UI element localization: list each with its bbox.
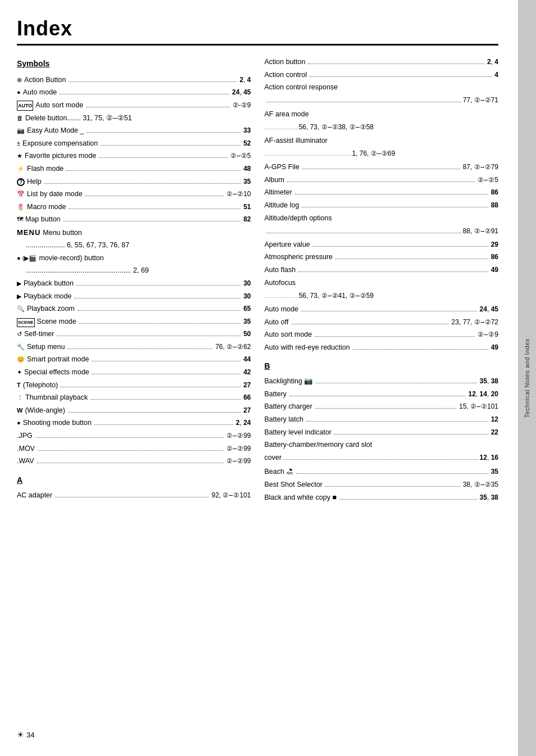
list-item: 😊 Smart portrait mode 44 <box>17 353 251 366</box>
thumbnail-icon: ⋮ <box>17 392 23 404</box>
list-item: Battery level indicator 22 <box>265 426 499 439</box>
list-item: Auto with red-eye reduction 49 <box>265 341 499 354</box>
list-item: .WAV ②‒②99 <box>17 455 251 468</box>
section-b-header: B <box>265 359 499 374</box>
menu-icon: MENU <box>17 226 40 239</box>
auto-sort-icon: AUTO <box>17 101 33 111</box>
list-item: W (Wide-angle) 27 <box>17 404 251 417</box>
action-button-icon: ⊕ <box>17 75 22 86</box>
list-item: Action control response 77, ②‒②71 <box>265 81 499 106</box>
list-item: 📷 Easy Auto Mode _ 33 <box>17 124 251 137</box>
playback-mode-icon: ▶ <box>17 291 21 302</box>
movie-record-icon: ● (▶🎬 <box>17 253 37 264</box>
list-item: AC adapter 92, ②‒②101 <box>17 489 251 502</box>
special-effects-icon: ✦ <box>17 367 22 378</box>
list-item: MENU Menu button <box>17 226 251 239</box>
list-item: Auto off 23, 77, ②‒②72 <box>265 316 499 329</box>
page-title: Index <box>17 17 498 46</box>
list-item: Action control 4 <box>265 69 499 82</box>
list-item: T (Telephoto) 27 <box>17 379 251 392</box>
list-item: ● (▶🎬 movie-record) button <box>17 252 251 265</box>
delete-icon: 🗑 <box>17 113 23 124</box>
page-number: 34 <box>26 731 34 739</box>
shooting-mode-icon: ● <box>17 418 21 429</box>
list-item: ⋮ Thumbnail playback 66 <box>17 391 251 404</box>
list-item: Album ②‒②5 <box>265 174 499 187</box>
setup-menu-icon: 🔧 <box>17 342 25 353</box>
side-tab: Technical Notes and Index <box>518 0 536 756</box>
playback-zoom-icon: 🔍 <box>17 304 25 315</box>
left-column: Symbols ⊕ Action Button 2, 4 ● Auto mode… <box>17 56 251 721</box>
list-item: Atmospheric pressure 86 <box>265 251 499 264</box>
page-container: Index Symbols ⊕ Action Button 2, 4 ● Aut… <box>0 0 536 756</box>
list-item: ........................................… <box>17 264 251 277</box>
self-timer-icon: ↺ <box>17 329 22 340</box>
list-item: 🔍 Playback zoom 65 <box>17 302 251 315</box>
scene-mode-icon: SCENE <box>17 318 35 327</box>
symbols-section-header: Symbols <box>17 57 251 71</box>
list-item: Beach 🏖 35 <box>265 465 499 478</box>
map-icon: 🗺 <box>17 214 23 225</box>
telephoto-icon: T <box>17 380 21 391</box>
flash-icon: ⚡ <box>17 164 25 175</box>
list-item: Altimeter 86 <box>265 186 499 199</box>
list-item: Best Shot Selector 38, ②‒②35 <box>265 478 499 491</box>
list-item: ★ Favorite pictures mode ②‒②5 <box>17 150 251 162</box>
list-item: ⊕ Action Button 2, 4 <box>17 74 251 87</box>
list-item: A-GPS File 87, ②‒②79 <box>265 161 499 174</box>
exposure-icon: ± <box>17 138 20 150</box>
playback-button-icon: ▶ <box>17 278 21 289</box>
macro-icon: 🌷 <box>17 202 25 213</box>
wide-angle-icon: W <box>17 405 22 417</box>
list-item: Auto sort mode ②‒②9 <box>265 328 499 341</box>
list-item: ± Exposure compensation 52 <box>17 137 251 150</box>
sun-icon: ☀ <box>17 730 24 739</box>
list-item: Action button 2, 4 <box>265 56 499 69</box>
help-icon: ? <box>17 178 25 186</box>
list-item: Auto flash 49 <box>265 264 499 277</box>
smart-portrait-icon: 😊 <box>17 354 25 365</box>
list-item: Battery 12, 14, 20 <box>265 388 499 401</box>
list-item: ▶ Playback mode 30 <box>17 290 251 303</box>
list-item: ▶ Playback button 30 <box>17 277 251 290</box>
list-item: 🌷 Macro mode 51 <box>17 201 251 214</box>
side-tab-label: Technical Notes and Index <box>524 338 530 418</box>
list-item: AF-assist illuminator ..................… <box>265 134 499 160</box>
list-item: Battery latch 12 <box>265 413 499 426</box>
list-item: .................... 6, 55, 67, 73, 76, … <box>17 239 251 252</box>
list-item: SCENE Scene mode 35 <box>17 315 251 328</box>
list-item: Autofocus .................... 56, 73, ②… <box>265 277 499 302</box>
list-item: Battery-chamber/memory card slot cover 1… <box>265 438 499 464</box>
easy-auto-icon: 📷 <box>17 125 25 137</box>
right-column: Action button 2, 4 Action control 4 Acti… <box>265 56 499 721</box>
list-item: ↺ Self-timer 50 <box>17 328 251 341</box>
list-item: ? Help 35 <box>17 175 251 188</box>
list-item: ● Shooting mode button 2, 24 <box>17 417 251 429</box>
two-column-layout: Symbols ⊕ Action Button 2, 4 ● Auto mode… <box>17 56 498 721</box>
list-item: Altitude log 88 <box>265 199 499 212</box>
list-date-icon: 📅 <box>17 189 25 200</box>
list-item: ⚡ Flash mode 48 <box>17 162 251 175</box>
page-footer: ☀ 34 <box>17 730 498 739</box>
list-item: .MOV ②‒②99 <box>17 442 251 455</box>
favorite-icon: ★ <box>17 151 22 162</box>
list-item: 🗑 Delete button....... 31, 75, ②‒②51 <box>17 112 251 125</box>
list-item: ● Auto mode 24, 45 <box>17 86 251 99</box>
main-content: Index Symbols ⊕ Action Button 2, 4 ● Aut… <box>0 0 518 756</box>
list-item: AF area mode .................... 56, 73… <box>265 108 499 133</box>
list-item: Battery charger 15, ②‒②101 <box>265 400 499 413</box>
list-item: 🗺 Map button 82 <box>17 213 251 226</box>
section-a-header: A <box>17 473 251 488</box>
list-item: 📅 List by date mode ②‒②10 <box>17 188 251 201</box>
list-item: Backlighting 📷 35, 38 <box>265 375 499 388</box>
auto-mode-icon: ● <box>17 87 21 98</box>
list-item: Auto mode 24, 45 <box>265 303 499 316</box>
list-item: Black and white copy ■ 35, 38 <box>265 491 499 504</box>
list-item: ✦ Special effects mode 42 <box>17 366 251 379</box>
list-item: .JPG ②‒②99 <box>17 429 251 442</box>
list-item: Aperture value 29 <box>265 238 499 251</box>
list-item: AUTO Auto sort mode ②‐②9 <box>17 99 251 112</box>
list-item: 🔧 Setup menu 76, ②‒②62 <box>17 341 251 354</box>
list-item: Altitude/depth options 88, ②‒②91 <box>265 212 499 237</box>
